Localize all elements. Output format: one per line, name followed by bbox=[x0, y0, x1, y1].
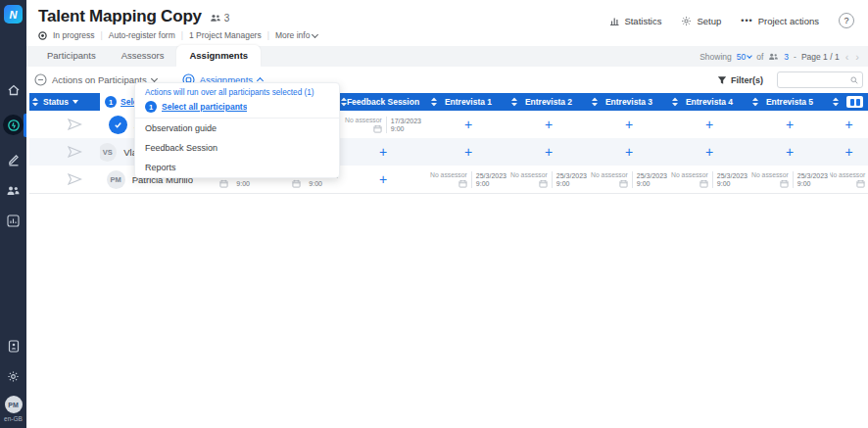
add-session-button[interactable]: + bbox=[338, 166, 428, 193]
page-title: Talent Mapping Copy bbox=[38, 7, 202, 26]
column-header-entrevista-2[interactable]: Entrevista 2 bbox=[508, 93, 589, 111]
page-size-select[interactable]: 50 bbox=[737, 52, 751, 62]
sort-icon bbox=[672, 98, 678, 107]
add-session-button[interactable]: + bbox=[508, 138, 589, 166]
selected-count-badge: 1 bbox=[105, 96, 117, 108]
sidebar-item-home[interactable] bbox=[0, 74, 26, 106]
statistics-button[interactable]: Statistics bbox=[609, 16, 661, 26]
circle-minus-icon bbox=[34, 73, 47, 86]
sidebar-item-people[interactable] bbox=[0, 175, 26, 206]
more-info-button[interactable]: More info bbox=[275, 30, 317, 40]
assignments-dropdown: Actions will run over all participants s… bbox=[134, 82, 340, 178]
column-header-status[interactable]: Status bbox=[29, 93, 100, 111]
add-session-button[interactable]: + bbox=[669, 138, 749, 166]
add-session-button[interactable]: + bbox=[428, 138, 508, 166]
next-page-button[interactable]: › bbox=[854, 53, 860, 61]
session-cell[interactable]: No assessor 25/3/20239:00 bbox=[589, 171, 669, 188]
sidebar-item-reports[interactable] bbox=[0, 206, 26, 236]
search-box[interactable] bbox=[777, 71, 863, 88]
help-button[interactable]: ? bbox=[839, 13, 854, 28]
send-icon[interactable] bbox=[68, 173, 82, 185]
add-session-button[interactable]: + bbox=[428, 111, 508, 138]
calendar-icon bbox=[458, 179, 467, 188]
menu-item-observation-guide[interactable]: Observation guide bbox=[135, 119, 339, 138]
home-icon bbox=[7, 83, 21, 97]
add-session-button[interactable]: + bbox=[589, 138, 669, 166]
sort-icon bbox=[341, 98, 347, 107]
add-session-button[interactable]: + bbox=[669, 111, 749, 138]
pagination: Showing 50 of 3 - Page 1 / 1 ‹ › bbox=[699, 52, 860, 62]
participant-avatar[interactable]: PM bbox=[107, 170, 125, 189]
sidebar-item-settings[interactable] bbox=[0, 361, 26, 392]
statistics-icon bbox=[609, 16, 619, 25]
sidebar-item-edit[interactable] bbox=[0, 144, 26, 175]
add-session-button[interactable]: + bbox=[830, 111, 868, 138]
calendar-icon bbox=[699, 179, 708, 188]
sidebar-item-projects-active[interactable] bbox=[0, 106, 26, 144]
people-small-icon bbox=[768, 53, 779, 61]
auto-register-text: Auto-register form bbox=[109, 30, 175, 40]
page-indicator: Page 1 / 1 bbox=[801, 52, 840, 62]
column-picker-button[interactable] bbox=[846, 96, 863, 108]
app-logo-icon[interactable]: N bbox=[4, 5, 23, 24]
column-header-feedback-session[interactable]: Feedback Session bbox=[338, 93, 428, 111]
setup-gear-icon bbox=[681, 16, 692, 26]
session-cell[interactable]: No assessor 17/3/20239:00 bbox=[338, 117, 428, 133]
column-header-entrevista-3[interactable]: Entrevista 3 bbox=[589, 93, 669, 111]
sidebar-item-account-doc[interactable] bbox=[0, 331, 26, 361]
menu-item-reports[interactable]: Reports bbox=[135, 158, 339, 177]
calendar-icon bbox=[619, 179, 628, 188]
session-cell[interactable]: No assessor 25/3/20239:00 bbox=[428, 171, 508, 188]
locale-label[interactable]: en-GB bbox=[4, 415, 23, 422]
session-cell[interactable]: No assessor 25/3/20239:00 bbox=[508, 171, 589, 188]
column-header-entrevista-5[interactable]: Entrevista 5 bbox=[749, 93, 830, 111]
total-count: 3 bbox=[784, 52, 789, 62]
selected-count-badge: 1 bbox=[145, 101, 157, 113]
funnel-icon bbox=[717, 75, 727, 85]
session-cell[interactable]: No assessor 25/3/20239:00 bbox=[830, 171, 868, 188]
add-session-button[interactable]: + bbox=[749, 138, 830, 166]
selected-checkbox[interactable] bbox=[109, 116, 127, 134]
people-count-icon bbox=[210, 14, 221, 23]
status-icon bbox=[38, 31, 47, 40]
target-icon bbox=[7, 119, 21, 132]
user-avatar[interactable]: PM bbox=[5, 396, 23, 413]
add-session-button[interactable]: + bbox=[749, 111, 830, 138]
search-input[interactable] bbox=[782, 75, 850, 85]
send-icon[interactable] bbox=[68, 119, 82, 130]
select-all-participants[interactable]: 1 Select all participants bbox=[135, 98, 339, 119]
calendar-icon bbox=[373, 124, 382, 133]
document-user-icon bbox=[8, 340, 20, 353]
project-actions-button[interactable]: ••• Project actions bbox=[741, 16, 819, 26]
column-header-entrevista-4[interactable]: Entrevista 4 bbox=[669, 93, 749, 111]
add-session-button[interactable]: + bbox=[508, 111, 589, 138]
sort-icon bbox=[511, 98, 517, 107]
prev-page-button[interactable]: ‹ bbox=[844, 53, 850, 61]
sort-icon bbox=[592, 98, 598, 107]
menu-item-feedback-session[interactable]: Feedback Session bbox=[135, 138, 339, 158]
sort-icon bbox=[32, 98, 38, 107]
calendar-icon bbox=[219, 179, 228, 188]
tab-assignments[interactable]: Assignments bbox=[176, 45, 261, 67]
filter-button[interactable]: Filter(s) bbox=[717, 75, 763, 85]
session-cell[interactable]: No assessor 25/3/20239:00 bbox=[669, 171, 749, 188]
gear-icon bbox=[7, 370, 20, 383]
setup-button[interactable]: Setup bbox=[681, 16, 721, 26]
ellipsis-icon: ••• bbox=[741, 16, 752, 25]
participant-count: 3 bbox=[210, 13, 230, 24]
participant-avatar[interactable]: VS bbox=[100, 143, 117, 162]
tab-participants[interactable]: Participants bbox=[34, 45, 109, 67]
chevron-down-icon bbox=[151, 75, 158, 82]
chevron-down-icon bbox=[312, 30, 318, 37]
calendar-icon bbox=[780, 179, 789, 188]
add-session-button[interactable]: + bbox=[589, 111, 669, 138]
sort-icon bbox=[833, 98, 839, 107]
send-icon[interactable] bbox=[68, 146, 82, 158]
tab-assessors[interactable]: Assessors bbox=[109, 45, 177, 67]
session-cell[interactable]: No assessor 25/3/20239:00 bbox=[749, 171, 830, 188]
add-session-button[interactable]: + bbox=[338, 138, 428, 166]
column-header-entrevista-1[interactable]: Entrevista 1 bbox=[428, 93, 508, 111]
calendar-icon bbox=[292, 179, 301, 188]
sort-icon bbox=[431, 98, 437, 107]
add-session-button[interactable]: + bbox=[830, 138, 868, 166]
